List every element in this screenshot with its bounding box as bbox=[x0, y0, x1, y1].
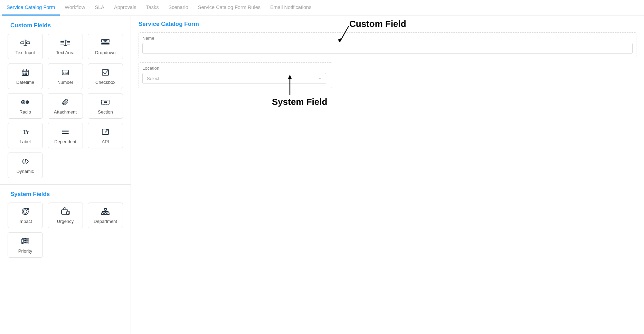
field-tile-label: Dependent bbox=[54, 139, 76, 144]
tab-service-catalog-form[interactable]: Service Catalog Form bbox=[2, 0, 60, 16]
number-icon: 123 bbox=[61, 68, 69, 77]
department-icon bbox=[101, 207, 110, 216]
attachment-icon bbox=[61, 98, 69, 107]
datetime-icon bbox=[21, 68, 29, 77]
field-tile-dependent[interactable]: Dependent bbox=[48, 123, 83, 148]
field-tile-label: Checkbox bbox=[95, 80, 115, 85]
tab-service-catalog-form-rules[interactable]: Service Catalog Form Rules bbox=[193, 0, 265, 16]
field-tile-label: Department bbox=[94, 219, 117, 224]
svg-rect-2 bbox=[27, 42, 30, 44]
name-input[interactable] bbox=[142, 43, 633, 54]
field-tile-label: Urgency bbox=[57, 219, 74, 224]
field-tile-label: Text Area bbox=[56, 50, 75, 55]
field-tile-text-input[interactable]: Text Input bbox=[8, 34, 43, 59]
svg-text:T: T bbox=[26, 130, 29, 135]
field-tile-text-area[interactable]: Text Area bbox=[48, 34, 83, 59]
field-tile-datetime[interactable]: Datetime bbox=[8, 63, 43, 89]
field-tile-radio[interactable]: Radio bbox=[8, 93, 43, 119]
field-tile-dynamic[interactable]: Dynamic bbox=[8, 153, 43, 178]
location-label: Location bbox=[142, 66, 328, 71]
svg-point-29 bbox=[26, 100, 29, 104]
text-input-icon bbox=[20, 38, 30, 47]
field-tile-label: Impact bbox=[18, 219, 32, 224]
field-tile-dropdown[interactable]: Dropdown bbox=[88, 34, 123, 59]
svg-point-21 bbox=[23, 74, 24, 75]
tab-tasks[interactable]: Tasks bbox=[141, 0, 163, 16]
svg-point-28 bbox=[22, 101, 24, 102]
svg-line-39 bbox=[25, 159, 26, 164]
field-tile-label: Radio bbox=[19, 109, 31, 115]
dependent-icon bbox=[61, 127, 69, 136]
svg-point-19 bbox=[25, 73, 26, 73]
svg-marker-13 bbox=[104, 41, 107, 42]
section-icon bbox=[101, 98, 110, 107]
checkbox-icon bbox=[101, 68, 110, 77]
tab-sla[interactable]: SLA bbox=[90, 0, 109, 16]
svg-point-23 bbox=[26, 74, 27, 75]
svg-point-22 bbox=[25, 74, 26, 75]
tab-approvals[interactable]: Approvals bbox=[109, 0, 141, 16]
tab-workflow[interactable]: Workflow bbox=[60, 0, 90, 16]
svg-rect-56 bbox=[23, 238, 28, 240]
dropdown-icon bbox=[101, 38, 110, 47]
form-field-name[interactable]: Name bbox=[139, 32, 636, 58]
field-tile-attachment[interactable]: Attachment bbox=[48, 93, 83, 119]
field-tile-label: Attachment bbox=[54, 109, 77, 115]
tab-bar: Service Catalog FormWorkflowSLAApprovals… bbox=[0, 0, 644, 16]
urgency-icon bbox=[60, 207, 70, 216]
field-tile-impact[interactable]: Impact bbox=[8, 203, 43, 228]
form-title: Service Catalog Form bbox=[139, 21, 636, 28]
svg-point-18 bbox=[23, 73, 24, 73]
system-fields-grid: ImpactUrgencyDepartmentPriority bbox=[0, 203, 131, 264]
svg-text:123: 123 bbox=[63, 71, 68, 75]
field-tile-label: Priority bbox=[18, 248, 32, 254]
name-label: Name bbox=[142, 36, 633, 41]
svg-line-46 bbox=[68, 213, 69, 213]
field-tile-label: Dropdown bbox=[95, 50, 115, 55]
svg-rect-58 bbox=[23, 243, 28, 244]
svg-rect-31 bbox=[104, 101, 107, 103]
field-tile-urgency[interactable]: Urgency bbox=[48, 203, 83, 228]
main-layout: Custom Fields Text InputText AreaDropdow… bbox=[0, 16, 644, 334]
api-icon bbox=[101, 127, 110, 136]
custom-fields-title: Custom Fields bbox=[0, 16, 131, 34]
radio-icon bbox=[21, 98, 30, 107]
form-field-location[interactable]: Location Select bbox=[139, 62, 332, 88]
field-tile-label: Number bbox=[57, 80, 73, 85]
custom-fields-grid: Text InputText AreaDropdownDatetime123Nu… bbox=[0, 34, 131, 184]
text-area-icon bbox=[60, 38, 70, 47]
dynamic-icon bbox=[21, 157, 30, 166]
system-fields-title: System Fields bbox=[0, 185, 131, 203]
priority-icon bbox=[21, 237, 30, 246]
tab-email-notifications[interactable]: Email Notifications bbox=[265, 0, 316, 16]
field-tile-api[interactable]: API bbox=[88, 123, 123, 148]
field-tile-label: Label bbox=[20, 139, 31, 144]
field-tile-label: Section bbox=[98, 109, 113, 115]
field-tile-priority[interactable]: Priority bbox=[8, 232, 43, 258]
annotation-system-field: System Field bbox=[272, 97, 327, 107]
field-tile-department[interactable]: Department bbox=[88, 203, 123, 228]
tab-scenario[interactable]: Scenario bbox=[164, 0, 193, 16]
location-select[interactable]: Select bbox=[142, 73, 326, 84]
field-tile-label: Datetime bbox=[16, 80, 34, 85]
field-tile-checkbox[interactable]: Checkbox bbox=[88, 63, 123, 89]
form-canvas: Service Catalog Form Name Location Selec… bbox=[131, 16, 644, 334]
svg-line-38 bbox=[105, 129, 108, 132]
svg-rect-1 bbox=[21, 42, 24, 44]
sidebar: Custom Fields Text InputText AreaDropdow… bbox=[0, 16, 131, 334]
field-tile-label[interactable]: TTLabel bbox=[8, 123, 43, 148]
field-tile-label: Text Input bbox=[16, 50, 35, 55]
field-tile-section[interactable]: Section bbox=[88, 93, 123, 119]
field-tile-label: API bbox=[102, 139, 109, 144]
label-icon: TT bbox=[21, 127, 30, 136]
field-tile-label: Dynamic bbox=[17, 169, 34, 174]
impact-icon bbox=[21, 207, 30, 216]
field-tile-number[interactable]: 123Number bbox=[48, 63, 83, 89]
svg-rect-57 bbox=[23, 240, 28, 242]
svg-point-20 bbox=[26, 73, 27, 73]
